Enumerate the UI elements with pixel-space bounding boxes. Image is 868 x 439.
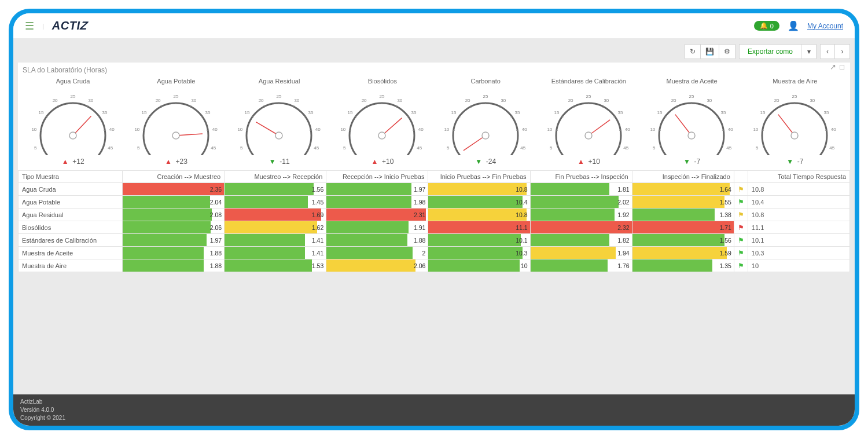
metric-cell: 2.31 [326, 208, 428, 221]
svg-text:30: 30 [501, 98, 506, 103]
notifications-badge[interactable]: 🔔 0 [754, 21, 779, 31]
next-page-button[interactable]: › [835, 44, 850, 59]
flag-icon: ⚑ [734, 259, 748, 272]
my-account-link[interactable]: My Account [807, 22, 843, 30]
metric-cell: 10.1 [428, 234, 530, 247]
gauge: Muestra de Aire 05101520253035404550 ▼ -… [744, 78, 847, 170]
column-header[interactable]: Muestreo --> Recepción [225, 171, 326, 183]
bell-icon: 🔔 [760, 22, 768, 30]
save-button[interactable]: 💾 [701, 44, 719, 59]
metric-cell: 2.36 [123, 183, 225, 196]
svg-text:35: 35 [411, 110, 417, 115]
svg-text:5: 5 [343, 145, 346, 151]
svg-text:10: 10 [134, 127, 139, 132]
svg-point-191 [791, 132, 798, 139]
svg-point-71 [275, 132, 282, 139]
metric-cell: 1.53 [225, 259, 326, 272]
export-button[interactable]: Exportar como [739, 44, 801, 59]
svg-point-47 [172, 132, 179, 139]
svg-text:35: 35 [721, 110, 726, 115]
share-icon[interactable]: ↗ [830, 63, 836, 71]
metric-cell: 2.04 [123, 196, 225, 208]
column-header[interactable]: Recepción --> Inicio Pruebas [326, 171, 428, 183]
metric-cell: 2.32 [530, 221, 632, 234]
svg-text:15: 15 [451, 110, 456, 115]
column-header[interactable]: Fin Pruebas --> Inspeción [530, 171, 632, 183]
svg-text:20: 20 [671, 98, 676, 103]
table-row: Agua Cruda2.361.561.9710.81.811.64⚑10.8 [19, 183, 850, 196]
svg-text:15: 15 [141, 110, 146, 115]
column-header[interactable]: Creación --> Muestreo [123, 171, 225, 183]
svg-text:45: 45 [211, 145, 216, 151]
svg-line-4 [39, 130, 42, 131]
svg-line-16 [104, 130, 106, 131]
gauge: Estándares de Calibración 05101520253035… [537, 78, 640, 170]
gauge-title: Biosólidos [331, 78, 434, 85]
metric-cell: 1.97 [123, 234, 225, 247]
svg-line-142 [589, 120, 610, 136]
svg-line-46 [176, 134, 203, 136]
svg-text:10: 10 [444, 127, 449, 132]
svg-text:35: 35 [617, 110, 623, 115]
svg-line-40 [207, 130, 209, 131]
svg-line-148 [659, 130, 661, 131]
metric-cell: 1.76 [530, 259, 632, 272]
svg-text:40: 40 [315, 127, 321, 132]
metric-cell: 10.4 [428, 196, 530, 208]
metric-cell: 1.71 [632, 221, 734, 234]
column-header[interactable]: Total Tiempo Respuesta [748, 171, 849, 183]
prev-page-button[interactable]: ‹ [820, 44, 835, 59]
svg-text:40: 40 [109, 127, 114, 132]
svg-text:15: 15 [760, 110, 766, 115]
svg-text:40: 40 [728, 127, 733, 132]
gauge-delta: ▲ +23 [124, 158, 227, 166]
svg-text:25: 25 [483, 94, 488, 99]
metric-cell: 10.8 [428, 208, 530, 221]
svg-text:20: 20 [52, 98, 57, 103]
column-header[interactable]: Tipo Muestra [19, 171, 123, 183]
svg-text:5: 5 [653, 145, 656, 151]
svg-line-100 [452, 130, 454, 131]
row-total: 10.4 [748, 196, 849, 208]
svg-text:35: 35 [205, 110, 210, 115]
flag-icon: ⚑ [734, 221, 748, 234]
export-dropdown-toggle[interactable]: ▾ [801, 44, 816, 59]
svg-text:30: 30 [810, 98, 815, 103]
table-row: Agua Residual2.081.692.3110.81.921.38⚑10… [19, 208, 850, 221]
gauge-title: Agua Potable [124, 78, 227, 85]
svg-text:10: 10 [31, 127, 36, 132]
metric-cell: 11.1 [428, 221, 530, 234]
metric-cell: 1.91 [326, 221, 428, 234]
svg-text:5: 5 [756, 145, 759, 151]
gauge: Agua Potable 05101520253035404550 ▲ +23 [124, 78, 227, 170]
svg-text:5: 5 [34, 145, 37, 151]
row-total: 10 [748, 259, 849, 272]
fullscreen-icon[interactable]: □ [840, 63, 844, 71]
svg-text:5: 5 [137, 145, 140, 151]
svg-text:20: 20 [774, 98, 779, 103]
refresh-button[interactable]: ↻ [685, 44, 701, 59]
table-row: Agua Potable2.041.451.9810.42.021.55⚑10.… [19, 196, 850, 208]
svg-text:15: 15 [245, 110, 250, 115]
notif-count: 0 [770, 23, 774, 30]
settings-button[interactable]: ⚙ [719, 44, 735, 59]
footer: ActizLab Versión 4.0.0 Copyright © 2021 [13, 394, 855, 426]
svg-text:35: 35 [102, 110, 107, 115]
gauge-title: Agua Cruda [21, 78, 124, 85]
gear-icon: ⚙ [724, 47, 730, 56]
svg-line-166 [675, 115, 692, 136]
column-header[interactable]: Inspeción --> Finalizado [632, 171, 734, 183]
save-icon: 💾 [705, 47, 714, 56]
svg-text:25: 25 [70, 94, 75, 99]
metric-cell: 1.56 [225, 183, 326, 196]
gauge-title: Muestra de Aire [744, 78, 847, 85]
menu-toggle-icon[interactable]: ☰ [25, 20, 34, 32]
row-total: 10.8 [748, 208, 849, 221]
svg-line-94 [382, 118, 402, 136]
gauge-delta: ▼ -7 [641, 158, 744, 166]
footer-version: Versión 4.0.0 [20, 406, 848, 414]
topbar: ☰ | ACTIZ 🔔 0 👤 My Account [13, 13, 855, 38]
column-header[interactable]: Inicio Pruebas --> Fin Pruebas [428, 171, 530, 183]
svg-line-52 [246, 130, 248, 131]
metric-cell: 1.62 [225, 221, 326, 234]
